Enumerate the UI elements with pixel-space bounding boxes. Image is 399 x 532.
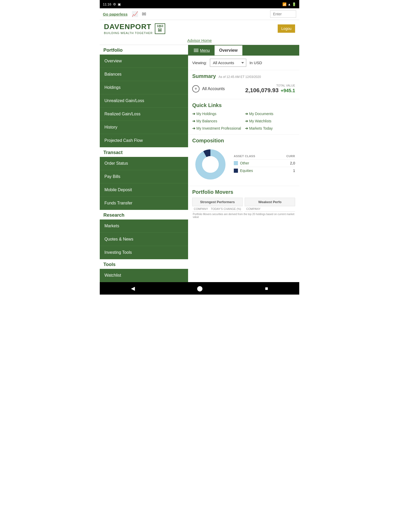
main-layout: Portfolio Overview Balances Holdings Unr… [100,45,299,282]
svg-point-2 [202,156,219,173]
sidebar-item-mobile-deposit[interactable]: Mobile Deposit [100,183,188,197]
viewing-bar: Viewing: All Accounts In USD [188,56,299,70]
logo-bar: DAVENPORT BUILDING WEALTH TOGETHER 1863 … [100,20,299,37]
back-button[interactable]: ◀ [131,285,135,291]
menu-label[interactable]: Menu [200,48,210,52]
home-button[interactable]: ⬤ [197,285,203,291]
sidebar-section-portfolio: Portfolio [100,45,188,55]
status-bar-right: 📶 ▲ 🔋 [282,2,296,6]
other-color-swatch [234,161,238,165]
current-col-header: CURR [286,155,295,158]
link-my-holdings[interactable]: ➔ My Holdings [192,111,242,117]
quick-links-section: Quick Links ➔ My Holdings ➔ My Documents… [188,99,299,135]
signal-icon: ▲ [288,2,291,6]
total-value-change: +945.1 [281,88,295,94]
tab-bar: Menu Overview [188,45,299,56]
chart-up-icon[interactable]: 📈 [132,11,138,17]
sidebar-item-holdings[interactable]: Holdings [100,81,188,94]
movers-note: Portfolio Movers securities are derived … [192,213,295,218]
arrow-icon: ➔ [192,112,195,116]
link-label: Markets Today [249,126,273,130]
recent-apps-button[interactable]: ■ [265,285,268,291]
expand-accounts-button[interactable]: + [192,85,200,92]
time-display: 11:16 [103,2,111,6]
asset-class-col-header: ASSET CLASS [234,155,255,158]
status-bar-left: 11:16 ⚙ ▣ [103,2,121,6]
sidebar-item-watchlist[interactable]: Watchlist [100,269,188,282]
status-bar: 11:16 ⚙ ▣ 📶 ▲ 🔋 [100,0,299,8]
total-value-amount: 2,106,079.93 [245,87,278,94]
sidebar-item-unrealized[interactable]: Unrealized Gain/Loss [100,94,188,108]
main-content: Menu Overview Viewing: All Accounts In U… [188,45,299,282]
arrow-icon: ➔ [192,119,195,123]
accounts-name: All Accounts [202,87,225,91]
quick-links-grid: ➔ My Holdings ➔ My Documents ➔ My Balanc… [192,111,295,131]
envelope-icon[interactable]: ✉ [142,11,146,17]
company-col-2: COMPANY [246,207,261,210]
hamburger-icon [194,49,198,52]
portfolio-movers-section: Portfolio Movers Strongest Performers CO… [188,186,299,222]
logout-button[interactable]: Logou [278,24,295,33]
link-markets-today[interactable]: ➔ Markets Today [245,125,295,131]
sidebar-item-funds-transfer[interactable]: Funds Transfer [100,197,188,210]
portfolio-movers-title: Portfolio Movers [192,189,295,195]
search-input[interactable] [270,10,296,18]
link-label: My Watchlists [249,119,271,123]
strongest-performers-header: Strongest Performers [192,198,243,206]
link-my-balances[interactable]: ➔ My Balances [192,118,242,124]
weakest-performers-header: Weakest Perfo [245,198,295,206]
battery-icon: ▣ [118,2,121,6]
account-select[interactable]: All Accounts [210,59,246,67]
sidebar-section-transact: Transact [100,147,188,157]
sidebar-item-order-status[interactable]: Order Status [100,157,188,170]
sidebar-item-history[interactable]: History [100,121,188,134]
link-investment-professional[interactable]: ➔ My Investment Professional [192,125,242,131]
menu-button[interactable]: Menu [190,45,214,56]
link-my-watchlists[interactable]: ➔ My Watchlists [245,118,295,124]
accounts-row: + All Accounts TOTAL VALUE 2,106,079.93 … [192,82,295,96]
logo-year-bridge: 1863 🏛 [155,23,165,34]
comp-row-other: Other 2,0 [234,159,295,167]
go-paperless-link[interactable]: Go paperless [103,12,128,16]
logo-main-text: DAVENPORT [104,23,153,31]
sidebar-item-investing-tools[interactable]: Investing Tools [100,246,188,259]
arrow-icon: ➔ [192,126,195,130]
weakest-performers-table: Weakest Perfo COMPANY [245,198,295,212]
total-value-label: TOTAL VALUE [245,84,295,87]
summary-date: As of 12:45 AM ET 12/03/2020 [218,75,261,79]
logo-bridge-icon: 🏛 [158,28,162,33]
arrow-icon: ➔ [245,112,248,116]
sidebar-item-balances[interactable]: Balances [100,68,188,81]
arrow-icon: ➔ [245,119,248,123]
summary-header: Summary As of 12:45 AM ET 12/03/2020 [192,73,295,79]
composition-title: Composition [192,138,295,144]
comp-table-header: ASSET CLASS CURR [234,155,295,158]
sidebar-item-markets[interactable]: Markets [100,220,188,233]
sidebar-item-realized[interactable]: Realized Gain/Loss [100,108,188,121]
sidebar-item-projected-cash-flow[interactable]: Projected Cash Flow [100,134,188,147]
sidebar-item-overview[interactable]: Overview [100,55,188,68]
company-col: COMPANY [194,207,208,210]
link-my-documents[interactable]: ➔ My Documents [245,111,295,117]
link-label: My Holdings [196,112,216,116]
equities-value: 1 [293,169,295,173]
donut-chart [192,146,229,183]
tab-overview[interactable]: Overview [215,45,242,55]
link-label: My Balances [196,119,217,123]
sidebar-section-research: Research [100,210,188,220]
top-bar-icons: 📈 ✉ [132,11,146,17]
sidebar-item-pay-bills[interactable]: Pay Bills [100,170,188,183]
advisor-home-link[interactable]: Advisor Home [100,37,299,45]
logo-subtitle: BUILDING WEALTH TOGETHER [104,31,153,35]
sidebar-item-quotes-news[interactable]: Quotes & News [100,233,188,246]
top-bar: Go paperless 📈 ✉ [100,8,299,20]
settings-icon: ⚙ [113,2,116,6]
composition-section: Composition ASSET CLASS CURR [188,135,299,186]
donut-svg [192,146,229,183]
strongest-performers-table: Strongest Performers COMPANY TODAY'S CHA… [192,198,243,212]
link-label: My Documents [249,112,273,116]
movers-tables: Strongest Performers COMPANY TODAY'S CHA… [192,198,295,212]
summary-title: Summary [192,73,216,79]
battery-full-icon: 🔋 [292,2,296,6]
comp-row-equities: Equities 1 [234,167,295,174]
